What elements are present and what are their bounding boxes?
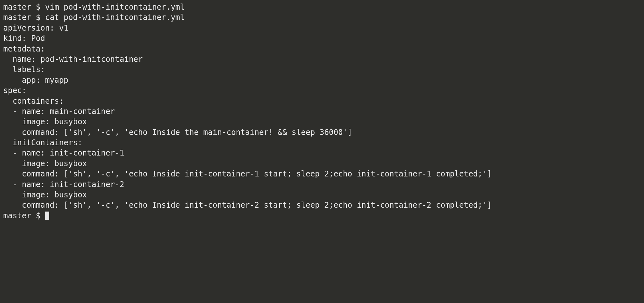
terminal-line: app: myapp: [3, 75, 641, 85]
terminal-line: apiVersion: v1: [3, 23, 641, 33]
prompt-text: master $: [3, 211, 45, 221]
terminal-line: master $ vim pod-with-initcontainer.yml: [3, 2, 641, 12]
terminal-line: - name: init-container-2: [3, 179, 641, 190]
terminal-line: command: ['sh', '-c', 'echo Inside the m…: [3, 127, 641, 137]
terminal-line: command: ['sh', '-c', 'echo Inside init-…: [3, 200, 641, 210]
terminal-line: image: busybox: [3, 117, 641, 127]
terminal-line: metadata:: [3, 44, 641, 54]
terminal-line: image: busybox: [3, 190, 641, 200]
terminal-line: master $ cat pod-with-initcontainer.yml: [3, 12, 641, 23]
terminal-line: image: busybox: [3, 158, 641, 169]
terminal-line: command: ['sh', '-c', 'echo Inside init-…: [3, 169, 641, 179]
terminal-line: spec:: [3, 85, 641, 96]
terminal-prompt[interactable]: master $: [3, 211, 641, 221]
cursor-icon: [45, 212, 49, 220]
terminal-line: labels:: [3, 64, 641, 75]
terminal-output: master $ vim pod-with-initcontainer.yml …: [3, 2, 641, 221]
terminal-line: initContainers:: [3, 137, 641, 148]
terminal-line: name: pod-with-initcontainer: [3, 54, 641, 64]
terminal-line: - name: main-container: [3, 106, 641, 117]
terminal-line: - name: init-container-1: [3, 148, 641, 158]
terminal-line: containers:: [3, 96, 641, 106]
terminal-line: kind: Pod: [3, 33, 641, 43]
